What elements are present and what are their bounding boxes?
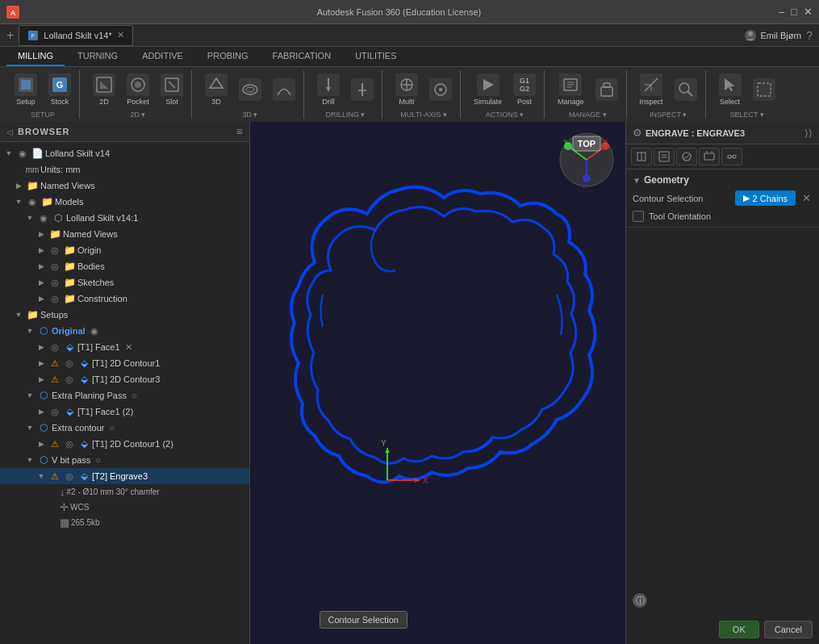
tree-item-setups[interactable]: ▼ 📁 Setups: [0, 307, 249, 323]
setup-circle-icon: ○: [132, 391, 137, 400]
2d-btn-2[interactable]: Pocket: [122, 70, 154, 109]
inspect-btn-2[interactable]: [670, 75, 702, 104]
svg-point-55: [583, 174, 591, 182]
units-icon: mm: [26, 163, 39, 176]
tab-probing[interactable]: PROBING: [196, 47, 260, 66]
tree-item-models[interactable]: ▼ ◉ 📁 Models: [0, 194, 249, 210]
tree-item-model-instance[interactable]: ▼ ◉ ⬡ Lolland Skilt v14:1: [0, 210, 249, 226]
visibility-icon[interactable]: ◎: [48, 244, 61, 257]
visibility-icon[interactable]: ◎: [63, 373, 76, 386]
geometry-section-header[interactable]: ▼ Geometry: [633, 174, 813, 186]
3d-btn-1[interactable]: 3D: [200, 70, 232, 109]
setup-icon: ⬡: [37, 389, 50, 402]
browser-toggle[interactable]: ◁: [6, 128, 13, 136]
actions-btn-1[interactable]: Simulate: [469, 70, 507, 109]
tree-item-setup-vbit[interactable]: ▼ ⬡ V bit pass ○: [0, 452, 249, 468]
select-btn-2[interactable]: [748, 75, 780, 104]
setup-btn[interactable]: Setup: [10, 70, 42, 109]
visibility-icon[interactable]: ◎: [48, 292, 61, 305]
manage-btn-2[interactable]: [591, 75, 623, 104]
visibility-icon[interactable]: ◉: [26, 195, 39, 208]
visibility-icon[interactable]: ◎: [48, 405, 61, 418]
tree-item-op-contour1[interactable]: ▶ ⚠ ◎ ⬙ [T1] 2D Contour1: [0, 355, 249, 371]
visibility-icon[interactable]: ◎: [48, 260, 61, 273]
g-btn[interactable]: G Stock: [44, 70, 76, 109]
help-icon[interactable]: ?: [806, 29, 813, 42]
visibility-icon[interactable]: ◎: [63, 470, 76, 483]
tree-item-setup-original[interactable]: ▼ ⬡ Original ◉: [0, 323, 249, 339]
tab-utilities[interactable]: UTILITIES: [344, 47, 407, 66]
browser-tree: ▼ ◉ 📄 Lolland Skilt v14 mm Units: mm ▶ 📁…: [0, 142, 249, 644]
3d-btn-3[interactable]: [268, 75, 300, 104]
tree-item-op-face1[interactable]: ▶ ◎ ⬙ [T1] Face1 ✕: [0, 339, 249, 355]
tab-additive[interactable]: ADDITIVE: [131, 47, 194, 66]
select-btn-1[interactable]: Select: [714, 70, 746, 109]
svg-marker-15: [210, 78, 223, 88]
tab-turning[interactable]: TURNING: [66, 47, 129, 66]
tree-item-setup-extra-planing[interactable]: ▼ ⬡ Extra Planing Pass ○: [0, 387, 249, 404]
browser-collapse-btn[interactable]: ≡: [236, 125, 243, 138]
tree-item-root[interactable]: ▼ ◉ 📄 Lolland Skilt v14: [0, 145, 249, 161]
tree-item-op-contour1-2[interactable]: ▶ ⚠ ◎ ⬙ [T1] 2D Contour1 (2): [0, 436, 249, 452]
3d-btn-2[interactable]: [234, 75, 266, 104]
svg-point-12: [135, 82, 141, 88]
tree-item-named-views[interactable]: ▶ 📁 Named Views: [0, 178, 249, 194]
actions-btn-2[interactable]: G1G2 Post: [508, 70, 541, 109]
visibility-icon[interactable]: ◎: [48, 276, 61, 289]
file-close-icon[interactable]: ✕: [117, 30, 124, 40]
close-icon[interactable]: ✕: [125, 342, 132, 353]
view-gizmo[interactable]: X Y Z TOP: [557, 130, 617, 190]
panel-expand-btn[interactable]: ⟩⟩: [804, 128, 813, 139]
multiaxis-btn-2[interactable]: [424, 75, 457, 104]
tree-item-wcs: ✛ WCS: [0, 500, 249, 515]
panel-tab-2[interactable]: [654, 148, 675, 165]
tab-fabrication[interactable]: FABRICATION: [261, 47, 343, 66]
toolbar-group-multiaxis: Multi MULTI-AXIS ▾: [387, 70, 461, 119]
panel-tab-1[interactable]: [631, 148, 652, 165]
maximize-button[interactable]: □: [791, 6, 797, 18]
drilling-btn-2[interactable]: [346, 75, 378, 104]
clear-selection-button[interactable]: ✕: [800, 190, 813, 206]
panel-tab-4[interactable]: [699, 148, 720, 165]
tree-item-setup-extra-contour[interactable]: ▼ ⬡ Extra contour ○: [0, 420, 249, 436]
visibility-icon[interactable]: ◉: [16, 147, 29, 160]
info-button[interactable]: ⓘ: [633, 593, 647, 608]
inspect-btn-1[interactable]: Inspect: [635, 70, 668, 109]
tree-item-op-face1-2[interactable]: ▶ ◎ ⬙ [T1] Face1 (2): [0, 404, 249, 420]
visibility-icon[interactable]: ◎: [48, 341, 61, 353]
tree-item-construction[interactable]: ▶ ◎ 📁 Construction: [0, 291, 249, 307]
svg-text:A: A: [10, 9, 16, 17]
tree-item-origin[interactable]: ▶ ◎ 📁 Origin: [0, 242, 249, 258]
svg-point-5: [748, 31, 753, 36]
multiaxis-btn-1[interactable]: Multi: [391, 70, 423, 109]
file-tab[interactable]: Lolland Skilt v14*: [44, 31, 111, 40]
viewport[interactable]: X Y X Y Z: [250, 122, 625, 644]
shape-canvas: X Y: [250, 122, 625, 644]
tool-orientation-checkbox[interactable]: [633, 211, 644, 222]
manage-btn-1[interactable]: Manage: [553, 70, 589, 109]
tree-item-named-views-2[interactable]: ▶ 📁 Named Views: [0, 226, 249, 242]
panel-tab-3[interactable]: [676, 148, 697, 165]
2d-btn-3[interactable]: Slot: [156, 70, 188, 109]
ok-button[interactable]: OK: [719, 621, 759, 638]
size-icon: ▦: [60, 516, 69, 529]
visibility-icon[interactable]: ◉: [37, 211, 50, 224]
cancel-button[interactable]: Cancel: [764, 621, 813, 638]
visibility-icon[interactable]: ◎: [63, 357, 76, 370]
browser-header: ◁ BROWSER ≡: [0, 122, 249, 142]
tree-item-op-contour3[interactable]: ▶ ⚠ ◎ ⬙ [T1] 2D Contour3: [0, 371, 249, 387]
profile-area[interactable]: Emil Bjørn: [744, 29, 801, 42]
setup-circle-icon: ○: [109, 423, 115, 433]
chains-button[interactable]: ▶ 2 Chains: [735, 190, 796, 206]
2d-btn-1[interactable]: 2D: [88, 70, 120, 109]
tree-item-bodies[interactable]: ▶ ◎ 📁 Bodies: [0, 258, 249, 274]
drilling-btn-1[interactable]: Drill: [312, 70, 345, 109]
tree-item-sketches[interactable]: ▶ ◎ 📁 Sketches: [0, 274, 249, 291]
visibility-icon[interactable]: ◎: [63, 437, 76, 450]
close-button[interactable]: ✕: [804, 6, 813, 18]
new-tab-btn[interactable]: +: [6, 28, 14, 43]
tab-milling[interactable]: MILLING: [6, 47, 65, 66]
tree-item-op-engrave3[interactable]: ▼ ⚠ ◎ ⬙ [T2] Engrave3: [0, 468, 249, 484]
panel-tab-5[interactable]: [721, 148, 742, 165]
minimize-button[interactable]: –: [779, 6, 784, 18]
